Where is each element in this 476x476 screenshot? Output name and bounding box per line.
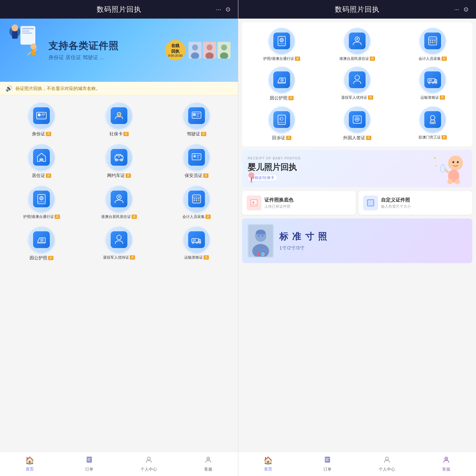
right-service-veteran[interactable]: 退役军人优待证 原 — [320, 65, 395, 103]
change-bg-icon — [247, 195, 261, 210]
more-icon[interactable]: ··· — [216, 6, 221, 13]
hk-resident-icon — [113, 193, 125, 204]
social-card-icon — [113, 110, 125, 121]
service-item-hk-resident[interactable]: 港澳台居民居住证 原 — [81, 184, 157, 221]
security-icon-wrap — [184, 144, 210, 170]
svg-rect-97 — [279, 122, 285, 123]
right-service-macau-work[interactable]: 驻澳门劳工证 原 — [395, 105, 470, 143]
svg-point-102 — [430, 116, 435, 120]
svg-point-116 — [248, 172, 254, 178]
right-service-foreign-visa[interactable]: 外国人签证 原 — [320, 105, 395, 143]
left-nav-home[interactable]: 🏠 首页 — [0, 452, 60, 476]
right-more-icon[interactable]: ··· — [454, 6, 459, 13]
svg-rect-39 — [197, 155, 200, 156]
svg-rect-86 — [432, 42, 433, 43]
service-item-accountant[interactable]: 会计人员采集 原 — [159, 184, 234, 221]
right-nav-orders[interactable]: 订单 — [298, 452, 357, 476]
service-item-residence[interactable]: 居住证 原 — [4, 142, 79, 180]
svg-rect-67 — [87, 459, 90, 460]
service-label: 客服 — [204, 467, 212, 472]
left-header-title: 数码照片回执 — [97, 5, 141, 14]
tool-card-change-bg[interactable]: 证件照换底色 上传已有证件照 — [242, 191, 356, 215]
svg-rect-77 — [279, 44, 285, 44]
service-item-social-card[interactable]: 社保卡 原 — [81, 101, 157, 139]
r-profile-label: 个人中心 — [379, 467, 395, 472]
r-official-icon-wrap — [269, 67, 295, 93]
passport-icon-inner — [33, 191, 50, 207]
left-header-icons: ··· ⊙ — [216, 6, 231, 13]
service-item-transport[interactable]: 运输资格证 原 — [159, 225, 234, 263]
svg-rect-26 — [117, 113, 121, 118]
right-nav-profile[interactable]: 个人中心 — [357, 452, 417, 476]
tool-cards: 证件照换底色 上传已有证件照 自定义证件照 输入所需尺寸大小 — [242, 191, 472, 215]
r-official-label: 因公护照 原 — [270, 95, 294, 101]
change-bg-text: 证件照换底色 上传已有证件照 — [264, 197, 293, 209]
right-service-hk-resident[interactable]: 港澳台居民居住证 原 — [320, 26, 395, 63]
special-service-grid: 护照/港澳台通行证 原 港澳 — [242, 22, 472, 146]
service-item-driver[interactable]: 驾驶证 原 — [159, 101, 234, 139]
change-bg-desc: 上传已有证件照 — [264, 204, 293, 209]
svg-point-96 — [280, 117, 283, 120]
right-nav-service[interactable]: 客服 — [417, 452, 476, 476]
right-service-passport[interactable]: 护照/港澳台通行证 原 — [244, 26, 320, 63]
right-service-transport[interactable]: 运输资格证 原 — [395, 65, 470, 103]
svg-point-113 — [455, 179, 460, 184]
standard-photo-sub: 1寸/2寸/3寸 — [279, 245, 328, 251]
accountant-icon — [191, 193, 202, 204]
r-macau-icon-wrap — [420, 106, 446, 133]
profile-icon — [145, 456, 153, 465]
r-veteran-icon — [352, 74, 363, 85]
svg-rect-56 — [196, 200, 197, 201]
svg-point-15 — [206, 44, 213, 51]
r-orders-icon — [324, 456, 331, 465]
left-nav-service[interactable]: 客服 — [178, 452, 238, 476]
standard-photo-card[interactable]: 标 准 寸 照 1寸/2寸/3寸 — [242, 219, 472, 263]
scan-icon[interactable]: ⊙ — [225, 6, 231, 13]
svg-rect-133 — [325, 459, 328, 460]
service-item-id-card[interactable]: 身份证 原 — [4, 101, 79, 139]
right-scan-icon[interactable]: ⊙ — [463, 6, 469, 13]
service-item-official-passport[interactable]: 因公护照 原 — [4, 225, 79, 263]
driver-icon-inner — [188, 107, 205, 124]
accountant-label: 会计人员采集 原 — [182, 214, 211, 219]
r-accountant-icon-inner — [424, 33, 441, 49]
tool-card-custom-photo[interactable]: 自定义证件照 输入所需尺寸大小 — [359, 191, 472, 215]
svg-rect-84 — [434, 40, 436, 41]
banner-text: 支持各类证件照 身份证 居住证 驾驶证 ... — [7, 39, 165, 61]
r-hk-label: 港澳台居民居住证 原 — [339, 56, 375, 61]
service-item-veteran[interactable]: 退役军人优待证 原 — [81, 225, 157, 263]
svg-rect-24 — [37, 117, 46, 118]
left-nav-orders[interactable]: 订单 — [60, 452, 119, 476]
svg-point-118 — [250, 181, 253, 183]
svg-rect-57 — [198, 200, 200, 201]
baby-banner[interactable]: RECEIPT OF BABY PHOTOS 婴儿照片回执 身份证/社保卡 — [242, 150, 472, 187]
svg-rect-110 — [441, 165, 445, 172]
service-item-ridehail[interactable]: 网约车证 原 — [81, 142, 157, 180]
svg-rect-52 — [194, 198, 195, 199]
id-card-icon-wrap — [28, 103, 54, 129]
notice-icon: 🔊 — [6, 85, 13, 92]
right-nav-home[interactable]: 🏠 首页 — [238, 452, 298, 476]
svg-rect-94 — [429, 79, 432, 81]
svg-rect-41 — [197, 158, 200, 158]
left-nav-profile[interactable]: 个人中心 — [119, 452, 178, 476]
service-item-passport[interactable]: 护照/港澳台通行证 原 — [4, 184, 79, 221]
right-service-return[interactable]: 回乡证 原 — [244, 105, 320, 143]
r-macau-icon — [427, 114, 438, 125]
right-service-accountant[interactable]: 会计人员采集 原 — [395, 26, 470, 63]
banner-title: 支持各类证件照 — [48, 39, 165, 52]
blue-dot — [261, 253, 264, 256]
svg-rect-83 — [432, 40, 433, 41]
right-service-official-passport[interactable]: 因公护照 原 — [244, 65, 320, 103]
social-card-icon-inner — [111, 107, 127, 124]
r-hk-icon — [352, 35, 363, 47]
security-icon — [191, 152, 202, 163]
service-item-security[interactable]: 保安员证 原 — [159, 142, 234, 180]
hk-resident-icon-wrap — [106, 186, 132, 212]
r-return-icon — [276, 114, 287, 125]
residence-label: 居住证 原 — [32, 172, 51, 178]
r-macau-label: 驻澳门劳工证 原 — [419, 135, 447, 140]
banner-subtitle: 身份证 居住证 驾驶证 ... — [48, 54, 165, 61]
svg-rect-54 — [198, 198, 200, 199]
svg-rect-2 — [12, 31, 18, 39]
